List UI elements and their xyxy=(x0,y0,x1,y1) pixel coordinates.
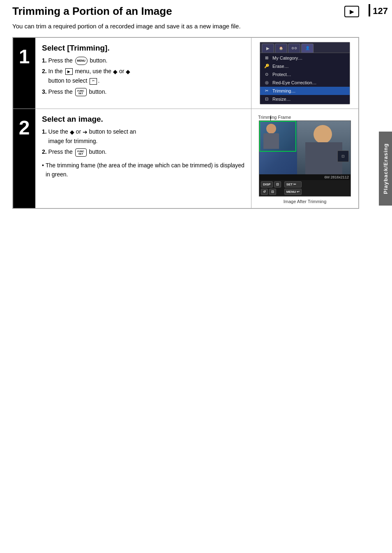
title-section: Trimming a Portion of an Image ▶ xyxy=(12,5,359,18)
step-1-image: ▶ 🏠 ⚙⚙ 👤 ⊞ My Category… 🔑 Erase… xyxy=(251,38,358,109)
trim-control-group: DISP ⊡ ↺ ⊡ xyxy=(261,181,281,195)
menu-button-icon: MENU xyxy=(75,57,88,65)
menu-item-protect: ⊙ Protect… xyxy=(260,70,350,79)
step-1-item-1: 1. Press the MENU button. xyxy=(42,56,244,65)
step-2-row: 2 Select an image. 1. Use the ◆ or ➔ but… xyxy=(13,109,358,208)
bullet-text: The trimming frame (the area of the imag… xyxy=(46,161,244,179)
page-number: 127 xyxy=(373,4,392,16)
trim-overlay-icon: ⊡ xyxy=(341,154,345,158)
playback-mode-icon: ▶ xyxy=(344,6,359,17)
step-1-number: 1 xyxy=(13,38,35,109)
menu-item-redeye: ◎ Red-Eye Correction… xyxy=(260,79,350,87)
trimming-screenshot: ⊡ 6M 2816x2112 xyxy=(259,120,351,197)
main-content: Trimming a Portion of an Image ▶ You can… xyxy=(12,0,376,209)
bullet-dot: • xyxy=(42,161,44,179)
menu-tab-settings: ⚙⚙ xyxy=(288,44,300,53)
trimming-icon: ✂ xyxy=(263,88,270,94)
menu-tab-home: 🏠 xyxy=(275,44,287,53)
page-number-area: 127 xyxy=(369,4,392,16)
protect-icon: ⊙ xyxy=(263,72,270,77)
toggle-button: ⊡ xyxy=(274,181,281,187)
set-button: SET ✂ xyxy=(284,181,302,187)
right-person-head xyxy=(314,125,332,143)
trim-info-bar: 6M 2816x2112 xyxy=(259,174,350,180)
trim-frame-icon-overlay: ⊡ xyxy=(337,150,349,162)
trimming-frame-label: Trimming Frame xyxy=(258,115,291,120)
menu-item-mycategory: ⊞ My Category… xyxy=(260,54,350,62)
image-after-trimming-label: Image After Trimming xyxy=(284,199,327,204)
mycategory-icon: ⊞ xyxy=(263,55,270,61)
erase-label: Erase… xyxy=(272,64,289,69)
step-2-body: 1. Use the ◆ or ➔ button to select an im… xyxy=(42,127,244,179)
trim-image-area: ⊡ xyxy=(259,121,350,174)
step-1-body: 1. Press the MENU button. 2. In the ▶ me… xyxy=(42,56,244,97)
step-2-heading: Select an image. xyxy=(42,115,244,124)
play-menu-icon: ▶ xyxy=(65,68,73,75)
intro-text: You can trim a required portion of a rec… xyxy=(12,22,359,31)
redeye-icon: ◎ xyxy=(263,80,270,86)
step-1-item-3: 3. Press the FUNC SET button. xyxy=(42,87,244,96)
erase-icon: 🔑 xyxy=(263,63,270,69)
steps-container: 1 Select [Trimming]. 1. Press the MENU b… xyxy=(12,37,359,209)
step-1-heading: Select [Trimming]. xyxy=(42,44,244,53)
step-1-row: 1 Select [Trimming]. 1. Press the MENU b… xyxy=(13,38,358,109)
menu-back-button: MENU ↩ xyxy=(284,189,302,195)
step-2-number: 2 xyxy=(13,109,35,208)
set-text: SET xyxy=(78,92,83,95)
trimming-label: Trimming… xyxy=(272,88,295,93)
left-arrow: ◆ xyxy=(113,68,118,75)
page-number-bar xyxy=(369,4,370,16)
playback-symbol: ▶ xyxy=(350,8,354,15)
func-icon-inner-2: FUNC SET xyxy=(77,150,84,155)
set-text-2: SET xyxy=(78,153,83,155)
left-arrow-2: ◆ xyxy=(70,129,74,135)
small-person-head xyxy=(266,124,276,134)
rotate-button: ↺ xyxy=(261,189,268,195)
small-person-body xyxy=(263,133,279,149)
step-1-item-2: 2. In the ▶ menu, use the ◆ or ◆ button … xyxy=(42,67,244,86)
protect-label: Protect… xyxy=(272,72,291,77)
trim-controls: DISP ⊡ ↺ ⊡ SET ✂ MENU ↩ xyxy=(259,180,350,196)
step-2-numeral: 2 xyxy=(19,116,30,139)
step-2-bullet: • The trimming frame (the area of the im… xyxy=(42,161,244,179)
menu-tab-person: 👤 xyxy=(301,44,314,53)
menu-items-list: ⊞ My Category… 🔑 Erase… ⊙ Protect… ◎ xyxy=(260,53,350,104)
func-icon-inner: FUNC SET xyxy=(77,90,84,95)
right-person-area: ⊡ xyxy=(297,121,350,174)
page-title: Trimming a Portion of an Image xyxy=(12,5,172,18)
image-info-text: 6M 2816x2112 xyxy=(324,175,349,179)
step-1-content: Select [Trimming]. 1. Press the MENU but… xyxy=(35,38,251,109)
menu-item-resize: ⊡ Resize… xyxy=(260,95,350,103)
green-trim-frame xyxy=(259,121,296,152)
menu-screenshot: ▶ 🏠 ⚙⚙ 👤 ⊞ My Category… 🔑 Erase… xyxy=(260,42,350,104)
side-tab: Playback/Erasing xyxy=(379,132,392,206)
menu-tabs: ▶ 🏠 ⚙⚙ 👤 xyxy=(260,42,350,53)
step-2-item-2: 2. Press the FUNC SET button. xyxy=(42,147,244,156)
disp-button: DISP xyxy=(261,181,273,187)
trim-select-icon: ✂ xyxy=(90,78,97,85)
step-2-content: Select an image. 1. Use the ◆ or ➔ butto… xyxy=(35,109,251,208)
down-arrow: ◆ xyxy=(126,68,130,75)
step-2-image: Trimming Frame xyxy=(251,109,358,208)
menu-item-erase: 🔑 Erase… xyxy=(260,62,350,70)
func-set-button-icon-2: FUNC SET xyxy=(75,148,87,157)
menu-item-trimming: ✂ Trimming… xyxy=(260,87,350,95)
step-1-numeral: 1 xyxy=(19,45,30,68)
resize-icon: ⊡ xyxy=(263,96,270,102)
trim-screenshot-wrapper: ⊡ 6M 2816x2112 xyxy=(259,120,351,197)
step-2-item-1: 1. Use the ◆ or ➔ button to select an im… xyxy=(42,127,244,146)
mycategory-label: My Category… xyxy=(272,56,302,60)
right-person-body xyxy=(305,142,342,174)
frame-button: ⊡ xyxy=(269,189,276,195)
redeye-label: Red-Eye Correction… xyxy=(272,80,317,85)
right-arrow-2: ➔ xyxy=(83,129,88,135)
resize-label: Resize… xyxy=(272,97,291,102)
trim-control-row1: DISP ⊡ xyxy=(261,181,281,187)
trim-control-row2: ↺ ⊡ xyxy=(261,189,281,195)
func-set-button-icon: FUNC SET xyxy=(75,88,87,96)
menu-tab-play: ▶ xyxy=(262,44,274,53)
trim-action-group: SET ✂ MENU ↩ xyxy=(284,181,302,195)
